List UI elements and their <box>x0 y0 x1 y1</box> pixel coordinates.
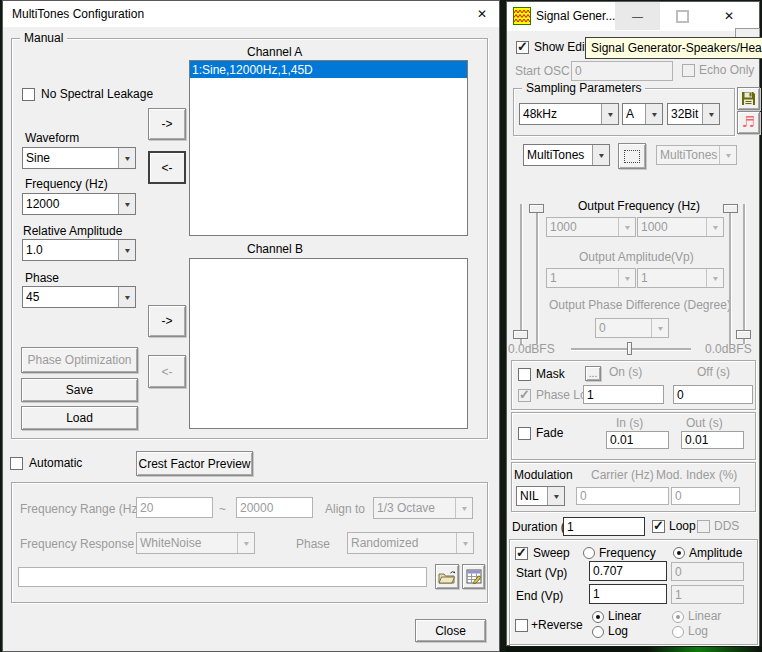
sweep-log-radio[interactable] <box>592 626 604 638</box>
chevron-down-icon[interactable] <box>547 487 564 505</box>
chevron-down-icon[interactable] <box>118 287 135 307</box>
close-icon[interactable] <box>705 2 753 30</box>
sweep-amplitude-radio[interactable] <box>673 547 685 559</box>
maximize-button[interactable] <box>660 2 705 30</box>
move-left-button-b[interactable]: <- <box>148 355 186 388</box>
level-slider-right-inner-thumb[interactable] <box>723 204 738 213</box>
auto-phase-combo[interactable]: Randomized <box>347 532 474 554</box>
reverse-checkbox[interactable] <box>515 619 528 632</box>
mask-on-input[interactable]: 1 <box>583 385 664 404</box>
level-slider-left-outer-track[interactable] <box>520 204 522 344</box>
sweep-start-input[interactable]: 0.707 <box>589 561 667 581</box>
edit-table-button[interactable] <box>462 564 485 589</box>
chevron-down-icon[interactable] <box>118 194 135 214</box>
frequency-response-combo[interactable]: WhiteNoise <box>136 532 255 554</box>
no-spectral-leakage-label[interactable]: No Spectral Leakage <box>41 88 153 101</box>
dds-checkbox[interactable] <box>697 520 710 533</box>
sweep-checkbox[interactable] <box>515 547 528 560</box>
no-spectral-leakage-checkbox[interactable] <box>22 88 35 101</box>
level-slider-right-outer-track[interactable] <box>743 204 745 344</box>
carrier-input[interactable]: 0 <box>576 487 669 505</box>
echo-only-label[interactable]: Echo Only <box>699 64 754 77</box>
move-left-button-a[interactable]: <- <box>148 151 186 184</box>
output-frequency-a-combo[interactable]: 1000 <box>546 217 636 237</box>
sweep-amplitude-label[interactable]: Amplitude <box>689 547 742 560</box>
sweep-log-radio-b[interactable] <box>672 626 684 638</box>
start-osc-input[interactable]: 0 <box>571 61 673 81</box>
show-editor-checkbox[interactable] <box>516 41 529 54</box>
level-slider-right-outer-thumb[interactable] <box>736 330 751 339</box>
move-right-button-a[interactable]: -> <box>148 108 186 140</box>
level-slider-left-inner-thumb[interactable] <box>529 204 544 213</box>
load-button[interactable]: Load <box>21 406 138 430</box>
align-to-combo[interactable]: 1/3 Octave <box>373 497 473 519</box>
relative-amplitude-combo[interactable]: 1.0 <box>22 239 136 261</box>
automatic-label[interactable]: Automatic <box>29 457 82 470</box>
mask-checkbox[interactable] <box>518 368 531 381</box>
close-icon[interactable] <box>467 1 497 27</box>
sweep-log-label-b[interactable]: Log <box>688 625 708 638</box>
wave-type-combo-b[interactable]: MultiTones <box>656 145 737 165</box>
sweep-start-input-b[interactable]: 0 <box>671 562 744 581</box>
waveform-combo[interactable]: Sine <box>22 147 136 169</box>
chevron-down-icon[interactable] <box>118 240 135 260</box>
fade-label[interactable]: Fade <box>536 427 563 440</box>
save-signal-button[interactable] <box>737 87 760 110</box>
mask-more-button[interactable]: ... <box>585 366 601 381</box>
sweep-log-label[interactable]: Log <box>608 625 628 638</box>
sweep-frequency-radio[interactable] <box>583 547 595 559</box>
echo-only-checkbox[interactable] <box>682 64 695 77</box>
sampling-rate-combo[interactable]: 48kHz <box>519 103 619 125</box>
chevron-down-icon[interactable] <box>592 145 609 165</box>
level-slider-left-inner-track[interactable] <box>536 204 538 344</box>
output-amplitude-a-combo[interactable]: 1 <box>546 268 636 288</box>
modulation-combo[interactable]: NIL <box>516 486 565 506</box>
balance-slider-thumb[interactable] <box>627 342 632 355</box>
open-file-button[interactable] <box>435 564 459 589</box>
chevron-down-icon[interactable] <box>601 104 618 124</box>
mask-label[interactable]: Mask <box>536 368 565 381</box>
phase-combo[interactable]: 45 <box>22 286 136 308</box>
loop-label[interactable]: Loop <box>669 520 696 533</box>
minimize-button[interactable] <box>615 2 660 30</box>
multitones-titlebar[interactable]: MultiTones Configuration <box>3 1 499 27</box>
phase-lock-checkbox[interactable] <box>518 389 531 402</box>
loop-checkbox[interactable] <box>652 520 665 533</box>
reverse-label[interactable]: +Reverse <box>531 619 583 632</box>
automatic-checkbox[interactable] <box>10 457 23 470</box>
duration-input[interactable]: 1 <box>563 517 645 536</box>
chevron-down-icon[interactable] <box>702 104 719 124</box>
fade-in-input[interactable]: 0.01 <box>606 431 669 449</box>
sweep-frequency-label[interactable]: Frequency <box>599 547 656 560</box>
mod-index-input[interactable]: 0 <box>671 487 740 505</box>
sweep-linear-label[interactable]: Linear <box>608 610 641 623</box>
output-phase-combo[interactable]: 0 <box>595 318 669 338</box>
phase-optimization-button[interactable]: Phase Optimization <box>21 347 138 373</box>
sampling-channel-combo[interactable]: A <box>622 103 663 125</box>
wave-select-button[interactable] <box>618 143 646 169</box>
sweep-label[interactable]: Sweep <box>533 547 570 560</box>
file-path-input[interactable] <box>18 567 427 587</box>
chevron-down-icon[interactable] <box>645 104 662 124</box>
sweep-end-input[interactable]: 1 <box>589 584 667 604</box>
move-right-button-b[interactable]: -> <box>148 305 186 337</box>
output-amplitude-b-combo[interactable]: 1 <box>637 268 724 288</box>
channel-b-listbox[interactable] <box>189 258 468 429</box>
channel-a-selected-item[interactable]: 1:Sine,12000Hz,1,45D <box>190 61 467 78</box>
channel-a-listbox[interactable]: 1:Sine,12000Hz,1,45D <box>189 60 468 236</box>
dds-label[interactable]: DDS <box>714 520 739 533</box>
fade-checkbox[interactable] <box>518 427 531 440</box>
save-button[interactable]: Save <box>21 378 138 402</box>
sweep-end-input-b[interactable]: 1 <box>671 585 744 604</box>
fade-out-input[interactable]: 0.01 <box>681 431 744 449</box>
sweep-linear-radio[interactable] <box>592 611 604 623</box>
level-slider-right-inner-track[interactable] <box>729 204 731 344</box>
sampling-bits-combo[interactable]: 32Bit <box>667 103 720 125</box>
frequency-range-max-input[interactable]: 20000 <box>236 497 313 518</box>
tone-preview-button[interactable]: ♬ <box>737 111 760 134</box>
crest-factor-preview-button[interactable]: Crest Factor Preview <box>136 451 253 476</box>
frequency-range-min-input[interactable]: 20 <box>136 497 213 518</box>
output-frequency-b-combo[interactable]: 1000 <box>637 217 724 237</box>
level-slider-left-outer-thumb[interactable] <box>513 330 528 339</box>
frequency-combo[interactable]: 12000 <box>22 193 136 215</box>
